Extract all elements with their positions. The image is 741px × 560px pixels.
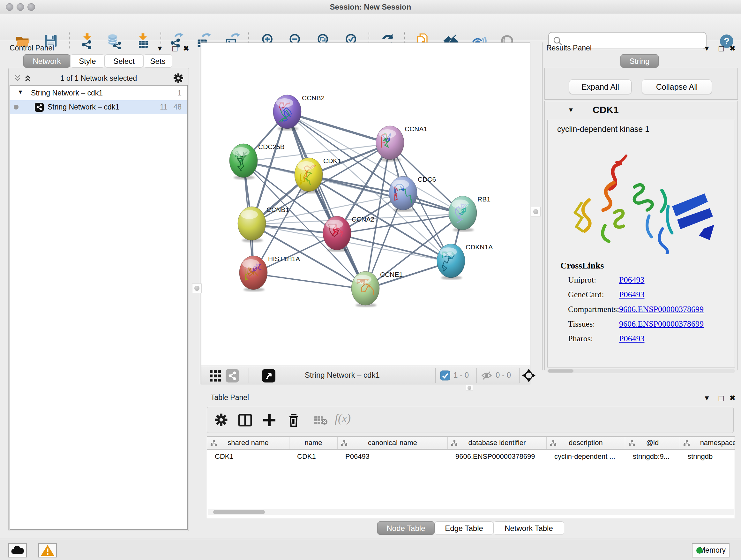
trash-icon[interactable] bbox=[286, 413, 301, 428]
memory-button[interactable]: Memory bbox=[692, 543, 730, 557]
crosslink-link[interactable]: P06493 bbox=[619, 275, 644, 285]
left-splitter-handle[interactable] bbox=[192, 284, 202, 293]
table-cell[interactable]: 9606.ENSP00000378699 bbox=[448, 450, 547, 463]
add-icon[interactable] bbox=[262, 413, 277, 428]
column-header--id[interactable]: @id bbox=[625, 437, 680, 449]
entry-header[interactable]: ▼ CDK1 bbox=[545, 101, 738, 119]
tab-select[interactable]: Select bbox=[105, 54, 143, 68]
table-cell[interactable]: stringdb bbox=[680, 450, 735, 463]
panel-close-icon[interactable]: ✖ bbox=[730, 44, 735, 53]
toolbar-separator bbox=[476, 368, 477, 383]
panel-float-icon[interactable]: □ bbox=[719, 44, 724, 54]
network-edge-count: 48 bbox=[173, 103, 182, 111]
column-header-name[interactable]: name bbox=[289, 437, 338, 449]
table-horizontal-scrollbar[interactable] bbox=[208, 509, 734, 515]
network-node-label: CCNB1 bbox=[266, 206, 289, 213]
crosslink-label: Uniprot: bbox=[568, 275, 596, 285]
grid-view-icon[interactable] bbox=[209, 369, 222, 382]
warning-button[interactable] bbox=[38, 543, 57, 557]
table-cell[interactable]: P06493 bbox=[338, 450, 448, 463]
tab-string[interactable]: String bbox=[620, 54, 659, 68]
panel-float-icon[interactable]: □ bbox=[719, 393, 724, 403]
tab-network-table[interactable]: Network Table bbox=[493, 521, 564, 535]
column-header-canonical-name[interactable]: canonical name bbox=[338, 437, 448, 449]
panel-menu-icon[interactable]: ▼ bbox=[156, 44, 163, 53]
network-node-CCNB1[interactable] bbox=[237, 206, 266, 243]
import-table-file-icon[interactable] bbox=[135, 33, 151, 49]
network-node-HIST1H1A[interactable] bbox=[239, 255, 268, 292]
network-edge[interactable] bbox=[287, 113, 365, 289]
table-cell[interactable]: stringdb:9... bbox=[625, 450, 680, 463]
network-node-CCNB2[interactable] bbox=[273, 95, 302, 131]
panel-close-icon[interactable]: ✖ bbox=[183, 44, 189, 53]
column-header-database-identifier[interactable]: database identifier bbox=[448, 437, 547, 449]
hidden-eye-icon[interactable] bbox=[481, 370, 492, 381]
network-edge[interactable] bbox=[287, 113, 390, 144]
network-canvas[interactable]: CCNB2 CCNA1 bbox=[201, 43, 530, 366]
tab-network[interactable]: Network bbox=[23, 54, 70, 68]
tab-sets[interactable]: Sets bbox=[143, 54, 172, 68]
import-network-database-icon[interactable] bbox=[106, 33, 122, 49]
cloud-icon bbox=[9, 544, 26, 557]
network-node-label: CDC6 bbox=[418, 176, 436, 183]
crosslink-link[interactable]: 9606.ENSP00000378699 bbox=[619, 319, 704, 329]
crosslink-link[interactable]: P06493 bbox=[619, 290, 644, 300]
node-table[interactable]: shared namenamecanonical namedatabase id… bbox=[207, 436, 735, 518]
right-splitter-handle[interactable] bbox=[531, 207, 541, 216]
import-network-file-icon[interactable] bbox=[79, 33, 95, 49]
hidden-elements-count: 0 - 0 bbox=[495, 371, 511, 380]
tab-style[interactable]: Style bbox=[70, 54, 105, 68]
current-network-name: String Network – cdk1 bbox=[305, 371, 380, 380]
network-node-CCNA2[interactable] bbox=[322, 216, 352, 252]
results-horizontal-scrollbar[interactable] bbox=[547, 369, 735, 373]
column-header-shared-name[interactable]: shared name bbox=[207, 437, 289, 449]
table-header-row: shared namenamecanonical namedatabase id… bbox=[207, 437, 735, 449]
network-row[interactable]: String Network – cdk1 11 48 bbox=[10, 100, 187, 114]
crosslink-label: Compartments: bbox=[568, 305, 619, 314]
network-edges[interactable] bbox=[201, 43, 531, 366]
network-node-CDC25B[interactable] bbox=[229, 143, 258, 180]
network-node-CDK1[interactable] bbox=[294, 158, 323, 194]
tab-node-table[interactable]: Node Table bbox=[377, 521, 434, 535]
collection-expand-icon[interactable]: ▼ bbox=[17, 89, 23, 96]
collection-count: 1 bbox=[178, 89, 182, 98]
network-edge[interactable] bbox=[253, 273, 365, 289]
panel-float-icon[interactable]: □ bbox=[172, 44, 178, 54]
panel-menu-icon[interactable]: ▼ bbox=[703, 394, 711, 402]
share-view-icon[interactable] bbox=[226, 369, 239, 382]
delete-table-icon[interactable] bbox=[314, 415, 328, 426]
protein-structure-image bbox=[567, 149, 717, 254]
network-collection-row[interactable]: ▼ String Network – cdk1 1 bbox=[10, 86, 187, 100]
panel-menu-icon[interactable]: ▼ bbox=[703, 44, 711, 53]
gear-icon[interactable] bbox=[214, 413, 228, 427]
birdseye-view-icon[interactable] bbox=[262, 369, 275, 382]
network-node-CDC6[interactable] bbox=[388, 176, 418, 212]
column-header-description[interactable]: description bbox=[547, 437, 625, 449]
function-builder-icon[interactable]: f(x) bbox=[335, 412, 351, 425]
bottom-splitter-handle[interactable] bbox=[466, 385, 473, 391]
columns-icon[interactable] bbox=[238, 413, 253, 428]
network-type-icon bbox=[35, 103, 44, 112]
crosslink-link[interactable]: 9606.ENSP00000378699 bbox=[619, 305, 704, 314]
network-node-CDKN1A[interactable] bbox=[436, 244, 466, 280]
table-cell[interactable]: cyclin-dependent ... bbox=[547, 450, 625, 463]
panel-close-icon[interactable]: ✖ bbox=[730, 394, 735, 402]
network-node-RB1[interactable] bbox=[448, 196, 477, 232]
network-node-CCNA1[interactable] bbox=[375, 125, 405, 162]
table-cell[interactable]: CDK1 bbox=[207, 450, 289, 463]
table-cell[interactable]: CDK1 bbox=[289, 450, 338, 463]
expand-all-button[interactable]: Expand All bbox=[569, 79, 631, 94]
crosshair-icon[interactable] bbox=[522, 368, 536, 382]
network-node-CCNE1[interactable] bbox=[351, 271, 380, 307]
entry-collapse-icon[interactable]: ▼ bbox=[568, 106, 574, 114]
network-selection-status: 1 of 1 Network selected bbox=[8, 74, 189, 83]
memory-status-icon bbox=[696, 547, 703, 554]
selected-checkbox-icon[interactable] bbox=[440, 370, 450, 381]
column-header-namespace[interactable]: namespace bbox=[680, 437, 735, 449]
gear-icon[interactable] bbox=[173, 73, 184, 84]
network-label: String Network – cdk1 bbox=[48, 103, 119, 111]
cloud-button[interactable] bbox=[8, 543, 27, 557]
crosslink-link[interactable]: P06493 bbox=[619, 334, 644, 344]
collapse-all-button[interactable]: Collapse All bbox=[642, 79, 712, 94]
tab-edge-table[interactable]: Edge Table bbox=[434, 521, 493, 535]
